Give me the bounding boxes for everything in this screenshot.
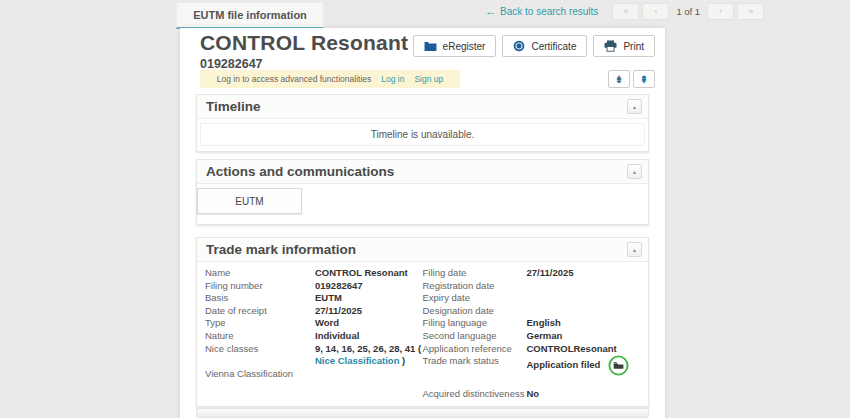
field-label: Filing number — [205, 280, 315, 293]
trademark-title-heading: Trade mark information — [206, 242, 627, 257]
field-label: Trade mark status — [423, 355, 527, 368]
collapse-all-icon: ⇟ — [615, 74, 623, 85]
tab-label: EUTM file information — [193, 9, 307, 21]
trademark-details-right-column: Filing date27/11/2025Registration dateEx… — [423, 267, 641, 401]
collapse-icon: ▴ — [633, 246, 636, 253]
trademark-field-row: Designation date — [423, 305, 641, 318]
result-counter: 1 of 1 — [676, 6, 700, 17]
timeline-collapse-button[interactable]: ▴ — [627, 99, 642, 114]
back-link-label: Back to search results — [500, 6, 598, 17]
trademark-field-row: Trade mark statusApplication filed — [423, 355, 641, 376]
field-label: Designation date — [423, 305, 527, 318]
main-content: CONTROL Resonant 019282647 eRegister Cer… — [180, 28, 665, 418]
field-label: Second language — [423, 330, 527, 343]
eregister-label: eRegister — [443, 41, 486, 52]
eregister-button[interactable]: eRegister — [413, 35, 497, 57]
collapse-icon: ▴ — [633, 103, 636, 110]
field-label: Type — [205, 317, 315, 330]
trademark-field-row: NameCONTROL Resonant — [205, 267, 423, 280]
trademark-field-row: Filing number019282647 — [205, 280, 423, 293]
back-arrow-icon: ← — [485, 5, 496, 17]
trademark-field-row: BasisEUTM — [205, 292, 423, 305]
actions-eutm-tab[interactable]: EUTM — [197, 188, 302, 214]
field-label: Expiry date — [423, 292, 527, 305]
actions-header: Actions and communications ▴ — [197, 160, 648, 184]
trademark-field-row: Acquired distinctivenessNo — [423, 388, 641, 401]
field-value: CONTROL Resonant — [315, 267, 423, 280]
trademark-field-row: Second languageGerman — [423, 330, 641, 343]
trademark-collapse-button[interactable]: ▴ — [627, 242, 642, 257]
actions-title: Actions and communications — [206, 164, 627, 179]
trademark-field-row: Application referenceCONTROLResonant — [423, 343, 641, 356]
field-label: Vienna Classification — [205, 368, 315, 381]
expand-collapse-controls: ⇟ ⇞ — [605, 70, 655, 88]
trademark-header: Trade mark information ▴ — [197, 238, 648, 262]
actions-communications-section: Actions and communications ▴ EUTM — [196, 159, 649, 225]
signup-link[interactable]: Sign up — [414, 74, 443, 84]
back-to-search-results-link[interactable]: ← Back to search results — [485, 5, 598, 17]
action-buttons: eRegister Certificate Print — [407, 35, 655, 57]
collapse-all-button[interactable]: ⇟ — [608, 70, 630, 88]
trademark-information-section: Trade mark information ▴ NameCONTROL Res… — [196, 237, 649, 407]
application-number: 019282647 — [200, 57, 408, 71]
trademark-field-row: Date of receipt27/11/2025 — [205, 305, 423, 318]
title-block: CONTROL Resonant 019282647 — [200, 31, 408, 71]
field-value: 9, 14, 16, 25, 26, 28, 41 ( Nice Classif… — [315, 343, 423, 368]
login-message: Log in to access advanced functionalitie… — [217, 74, 372, 84]
field-value: German — [527, 330, 641, 343]
next-section-header-partial[interactable] — [196, 408, 649, 418]
field-label: Basis — [205, 292, 315, 305]
certificate-button[interactable]: Certificate — [502, 35, 587, 57]
folder-icon — [424, 41, 437, 52]
last-result-button[interactable]: » — [737, 3, 764, 20]
field-value: CONTROLResonant — [527, 343, 641, 356]
field-value: 27/11/2025 — [315, 305, 423, 318]
field-value: Word — [315, 317, 423, 330]
field-label: Filing language — [423, 317, 527, 330]
expand-all-icon: ⇞ — [640, 74, 648, 85]
field-value: EUTM — [315, 292, 423, 305]
trademark-field-row: Filing date27/11/2025 — [423, 267, 641, 280]
trademark-field-row: Filing languageEnglish — [423, 317, 641, 330]
field-value: Application filed — [527, 355, 641, 376]
field-value: 019282647 — [315, 280, 423, 293]
trademark-details-left-column: NameCONTROL ResonantFiling number0192826… — [205, 267, 423, 401]
expand-all-button[interactable]: ⇞ — [633, 70, 655, 88]
trademark-field-row: Nice classes9, 14, 16, 25, 26, 28, 41 ( … — [205, 343, 423, 368]
login-link[interactable]: Log in — [381, 74, 404, 84]
field-value: No — [527, 388, 641, 401]
results-navigation: ← Back to search results « ‹ 1 of 1 › » — [485, 3, 767, 19]
print-label: Print — [623, 41, 644, 52]
timeline-section: Timeline ▴ Timeline is unavailable. — [196, 94, 649, 152]
trademark-field-row: Expiry date — [423, 292, 641, 305]
field-label: Name — [205, 267, 315, 280]
trademark-title: CONTROL Resonant — [200, 31, 408, 55]
first-result-button[interactable]: « — [612, 3, 639, 20]
field-label: Acquired distinctiveness — [423, 388, 527, 401]
field-label: Date of receipt — [205, 305, 315, 318]
eutm-file-information-page: EUTM file information ← Back to search r… — [0, 0, 850, 418]
certificate-icon — [513, 40, 525, 52]
trademark-field-row: Vienna Classification — [205, 368, 423, 381]
trademark-field-row: NatureIndividual — [205, 330, 423, 343]
field-label: Registration date — [423, 280, 527, 293]
collapse-icon: ▴ — [633, 168, 636, 175]
nice-classification-link[interactable]: Nice Classification — [315, 355, 399, 366]
field-value: 27/11/2025 — [527, 267, 641, 280]
certificate-label: Certificate — [531, 41, 576, 52]
trademark-details: NameCONTROL ResonantFiling number0192826… — [197, 262, 648, 401]
next-result-button[interactable]: › — [707, 3, 734, 20]
actions-collapse-button[interactable]: ▴ — [627, 164, 642, 179]
field-value: Individual — [315, 330, 423, 343]
field-label: Filing date — [423, 267, 527, 280]
print-button[interactable]: Print — [593, 35, 655, 57]
previous-result-button[interactable]: ‹ — [642, 3, 669, 20]
login-prompt-bar: Log in to access advanced functionalitie… — [200, 70, 460, 88]
tab-eutm-file-information[interactable]: EUTM file information — [176, 2, 324, 29]
trademark-field-row: Registration date — [423, 280, 641, 293]
field-label: Nice classes — [205, 343, 315, 356]
timeline-header: Timeline ▴ — [197, 95, 648, 119]
timeline-title: Timeline — [206, 99, 627, 114]
printer-icon — [604, 40, 617, 52]
field-label: Nature — [205, 330, 315, 343]
